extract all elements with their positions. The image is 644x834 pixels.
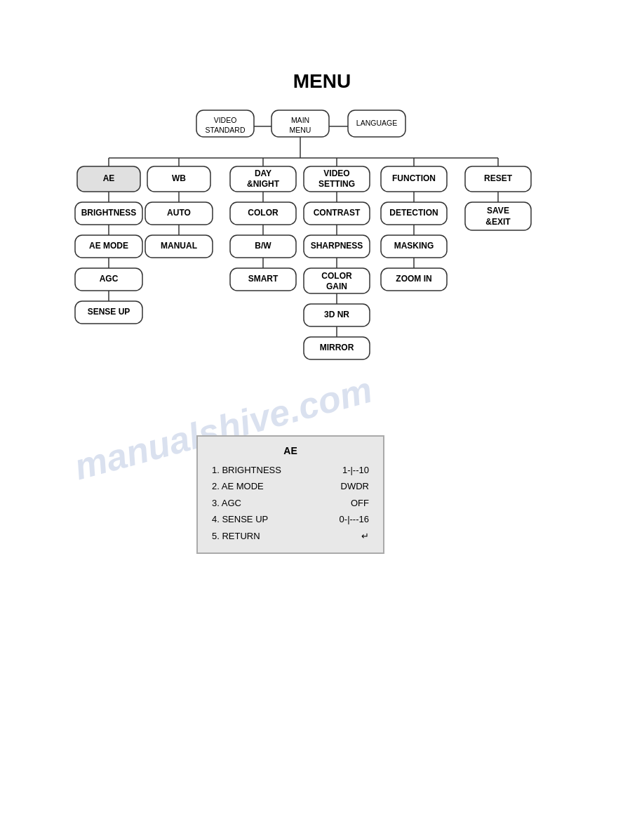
svg-text:AGC: AGC [100,274,119,284]
svg-text:WB: WB [172,173,186,183]
ae-row5-left: 5. RETURN [212,528,260,544]
svg-text:FUNCTION: FUNCTION [392,173,436,183]
ae-row2-right: DWDR [341,478,369,494]
svg-text:GAIN: GAIN [326,282,347,291]
ae-submenu-row-5: 5. RETURN ↵ [212,528,369,544]
svg-text:BRIGHTNESS: BRIGHTNESS [81,208,137,218]
ae-submenu-row-3: 3. AGC OFF [212,495,369,511]
svg-text:COLOR: COLOR [248,208,279,218]
ae-submenu-row-1: 1. BRIGHTNESS 1-|--10 [212,462,369,478]
svg-text:DAY: DAY [255,168,271,178]
svg-text:SETTING: SETTING [318,179,355,189]
ae-row1-right: 1-|--10 [342,462,369,478]
svg-text:B/W: B/W [255,241,271,251]
svg-text:SHARPNESS: SHARPNESS [311,241,363,251]
ae-submenu-box: AE 1. BRIGHTNESS 1-|--10 2. AE MODE DWDR… [196,435,384,554]
ae-row4-left: 4. SENSE UP [212,511,268,527]
ae-row3-right: OFF [351,495,369,511]
ae-submenu-row-4: 4. SENSE UP 0-|---16 [212,511,369,527]
ae-row5-right: ↵ [361,528,369,544]
svg-text:LANGUAGE: LANGUAGE [356,119,397,127]
svg-text:AUTO: AUTO [167,208,191,218]
svg-text:SENSE UP: SENSE UP [88,307,130,317]
svg-text:MAIN: MAIN [291,116,309,124]
ae-submenu-row-2: 2. AE MODE DWDR [212,478,369,494]
svg-text:COLOR: COLOR [321,271,352,281]
menu-title: MENU [0,70,644,93]
svg-text:MASKING: MASKING [394,241,434,251]
menu-tree-diagram: VIDEO STANDARD MAIN MENU LANGUAGE AE WB … [0,91,644,386]
svg-text:MENU: MENU [290,126,311,134]
ae-row3-left: 3. AGC [212,495,241,511]
svg-text:3D NR: 3D NR [324,310,349,319]
page-container: MENU VIDEO STANDARD MAIN MENU LANGUAGE [0,0,644,834]
ae-row2-left: 2. AE MODE [212,478,264,494]
svg-text:RESET: RESET [484,173,513,183]
svg-text:CONTRAST: CONTRAST [314,208,361,218]
svg-text:MIRROR: MIRROR [320,343,354,352]
svg-text:DETECTION: DETECTION [389,208,438,218]
svg-text:SAVE: SAVE [487,206,509,216]
svg-text:AE MODE: AE MODE [89,241,128,251]
svg-text:VIDEO: VIDEO [323,168,349,178]
svg-text:SMART: SMART [248,274,279,284]
ae-row1-left: 1. BRIGHTNESS [212,462,281,478]
svg-text:&NIGHT: &NIGHT [247,179,280,189]
ae-submenu-title: AE [212,445,369,456]
svg-text:STANDARD: STANDARD [206,126,246,134]
svg-text:AE: AE [103,173,115,183]
svg-text:ZOOM IN: ZOOM IN [396,274,431,284]
ae-row4-right: 0-|---16 [340,511,369,527]
svg-text:&EXIT: &EXIT [485,217,511,227]
svg-text:VIDEO: VIDEO [214,116,237,124]
svg-text:MANUAL: MANUAL [161,241,197,251]
